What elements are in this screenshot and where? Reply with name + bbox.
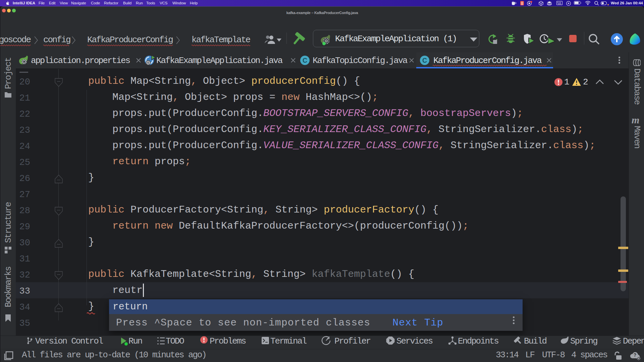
svg-text:C: C: [303, 57, 307, 64]
svg-text:?: ?: [634, 352, 637, 358]
svg-text:C: C: [422, 57, 427, 64]
